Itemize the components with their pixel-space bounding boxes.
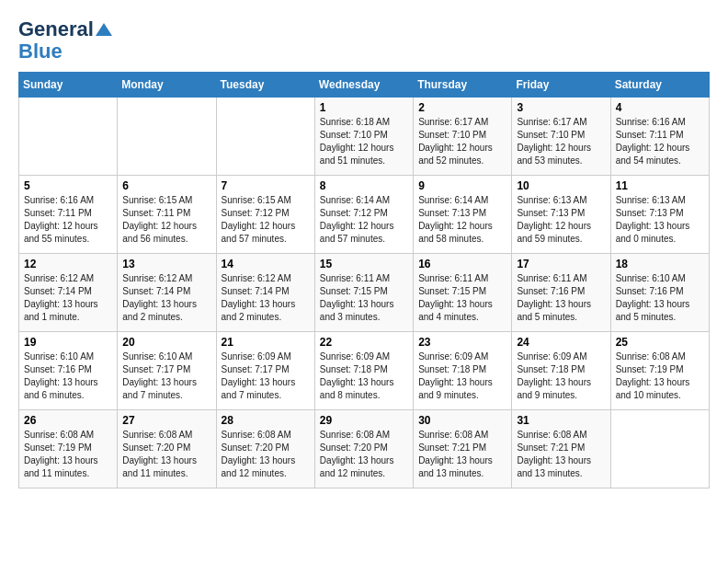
logo-blue: Blue [18,40,63,63]
day-cell: 16Sunrise: 6:11 AM Sunset: 7:15 PM Dayli… [414,254,512,332]
day-number: 22 [320,336,408,349]
calendar-table: SundayMondayTuesdayWednesdayThursdayFrid… [18,72,710,488]
day-info: Sunrise: 6:08 AM Sunset: 7:21 PM Dayligh… [418,429,506,480]
day-info: Sunrise: 6:08 AM Sunset: 7:20 PM Dayligh… [122,429,210,480]
day-cell: 9Sunrise: 6:14 AM Sunset: 7:13 PM Daylig… [414,176,512,254]
header-tuesday: Tuesday [216,73,314,98]
day-number: 26 [24,414,112,427]
day-number: 30 [418,414,506,427]
day-info: Sunrise: 6:08 AM Sunset: 7:19 PM Dayligh… [24,429,112,480]
day-number: 25 [616,336,704,349]
day-info: Sunrise: 6:08 AM Sunset: 7:20 PM Dayligh… [222,429,310,480]
day-number: 12 [24,258,112,270]
week-row-5: 26Sunrise: 6:08 AM Sunset: 7:19 PM Dayli… [19,410,710,488]
day-info: Sunrise: 6:16 AM Sunset: 7:11 PM Dayligh… [24,194,112,246]
day-info: Sunrise: 6:11 AM Sunset: 7:15 PM Dayligh… [320,272,408,324]
day-number: 9 [418,179,506,192]
day-info: Sunrise: 6:09 AM Sunset: 7:18 PM Dayligh… [320,350,408,402]
day-number: 3 [517,101,605,114]
day-number: 7 [222,179,310,192]
day-cell: 13Sunrise: 6:12 AM Sunset: 7:14 PM Dayli… [118,254,216,332]
day-info: Sunrise: 6:13 AM Sunset: 7:13 PM Dayligh… [517,194,605,246]
day-number: 28 [222,414,310,427]
day-info: Sunrise: 6:12 AM Sunset: 7:14 PM Dayligh… [24,272,112,324]
day-info: Sunrise: 6:16 AM Sunset: 7:11 PM Dayligh… [616,116,704,167]
day-info: Sunrise: 6:12 AM Sunset: 7:14 PM Dayligh… [122,272,210,324]
day-info: Sunrise: 6:08 AM Sunset: 7:21 PM Dayligh… [517,429,605,480]
day-number: 13 [122,258,210,270]
day-info: Sunrise: 6:09 AM Sunset: 7:17 PM Dayligh… [222,350,310,402]
week-row-1: 1Sunrise: 6:18 AM Sunset: 7:10 PM Daylig… [19,98,710,176]
day-cell: 31Sunrise: 6:08 AM Sunset: 7:21 PM Dayli… [512,410,610,488]
day-cell: 14Sunrise: 6:12 AM Sunset: 7:14 PM Dayli… [216,254,314,332]
day-info: Sunrise: 6:09 AM Sunset: 7:18 PM Dayligh… [517,350,605,402]
logo-general: General [18,18,94,40]
day-cell: 17Sunrise: 6:11 AM Sunset: 7:16 PM Dayli… [512,254,610,332]
day-number: 8 [320,179,408,192]
day-number: 23 [418,336,506,349]
logo: General Blue [18,18,112,63]
day-number: 16 [418,258,506,270]
day-number: 4 [616,101,704,114]
day-info: Sunrise: 6:14 AM Sunset: 7:12 PM Dayligh… [320,194,408,246]
day-cell: 25Sunrise: 6:08 AM Sunset: 7:19 PM Dayli… [610,332,709,410]
day-info: Sunrise: 6:11 AM Sunset: 7:16 PM Dayligh… [517,272,605,324]
day-info: Sunrise: 6:17 AM Sunset: 7:10 PM Dayligh… [418,116,506,167]
day-cell: 20Sunrise: 6:10 AM Sunset: 7:17 PM Dayli… [118,332,216,410]
day-cell: 27Sunrise: 6:08 AM Sunset: 7:20 PM Dayli… [118,410,216,488]
day-cell: 24Sunrise: 6:09 AM Sunset: 7:18 PM Dayli… [512,332,610,410]
day-number: 15 [320,258,408,270]
header-friday: Friday [512,73,610,98]
day-cell: 12Sunrise: 6:12 AM Sunset: 7:14 PM Dayli… [19,254,118,332]
day-number: 18 [616,258,704,270]
day-info: Sunrise: 6:12 AM Sunset: 7:14 PM Dayligh… [222,272,310,324]
logo-icon [96,21,112,38]
header-wednesday: Wednesday [314,73,413,98]
week-row-2: 5Sunrise: 6:16 AM Sunset: 7:11 PM Daylig… [19,176,710,254]
day-number: 1 [320,101,408,114]
day-info: Sunrise: 6:15 AM Sunset: 7:11 PM Dayligh… [122,194,210,246]
day-number: 2 [418,101,506,114]
week-row-4: 19Sunrise: 6:10 AM Sunset: 7:16 PM Dayli… [19,332,710,410]
day-cell: 1Sunrise: 6:18 AM Sunset: 7:10 PM Daylig… [314,98,413,176]
day-info: Sunrise: 6:10 AM Sunset: 7:16 PM Dayligh… [24,350,112,402]
day-number: 24 [517,336,605,349]
day-cell: 6Sunrise: 6:15 AM Sunset: 7:11 PM Daylig… [118,176,216,254]
header-monday: Monday [118,73,216,98]
day-cell: 18Sunrise: 6:10 AM Sunset: 7:16 PM Dayli… [610,254,709,332]
day-cell [216,98,314,176]
header-sunday: Sunday [19,73,118,98]
day-info: Sunrise: 6:08 AM Sunset: 7:20 PM Dayligh… [320,429,408,480]
day-info: Sunrise: 6:17 AM Sunset: 7:10 PM Dayligh… [517,116,605,167]
day-number: 29 [320,414,408,427]
day-number: 11 [616,179,704,192]
day-cell: 29Sunrise: 6:08 AM Sunset: 7:20 PM Dayli… [314,410,413,488]
day-info: Sunrise: 6:10 AM Sunset: 7:17 PM Dayligh… [122,350,210,402]
day-cell: 11Sunrise: 6:13 AM Sunset: 7:13 PM Dayli… [610,176,709,254]
day-cell: 22Sunrise: 6:09 AM Sunset: 7:18 PM Dayli… [314,332,413,410]
day-number: 31 [517,414,605,427]
header-saturday: Saturday [610,73,709,98]
day-number: 10 [517,179,605,192]
day-info: Sunrise: 6:18 AM Sunset: 7:10 PM Dayligh… [320,116,408,167]
day-cell: 19Sunrise: 6:10 AM Sunset: 7:16 PM Dayli… [19,332,118,410]
day-cell: 8Sunrise: 6:14 AM Sunset: 7:12 PM Daylig… [314,176,413,254]
day-info: Sunrise: 6:14 AM Sunset: 7:13 PM Dayligh… [418,194,506,246]
day-cell: 5Sunrise: 6:16 AM Sunset: 7:11 PM Daylig… [19,176,118,254]
day-cell: 4Sunrise: 6:16 AM Sunset: 7:11 PM Daylig… [610,98,709,176]
day-cell: 30Sunrise: 6:08 AM Sunset: 7:21 PM Dayli… [414,410,512,488]
day-cell: 26Sunrise: 6:08 AM Sunset: 7:19 PM Dayli… [19,410,118,488]
day-cell: 3Sunrise: 6:17 AM Sunset: 7:10 PM Daylig… [512,98,610,176]
day-number: 17 [517,258,605,270]
day-number: 6 [122,179,210,192]
day-number: 20 [122,336,210,349]
day-number: 5 [24,179,112,192]
day-cell: 28Sunrise: 6:08 AM Sunset: 7:20 PM Dayli… [216,410,314,488]
day-number: 21 [222,336,310,349]
day-number: 19 [24,336,112,349]
day-cell: 7Sunrise: 6:15 AM Sunset: 7:12 PM Daylig… [216,176,314,254]
day-info: Sunrise: 6:08 AM Sunset: 7:19 PM Dayligh… [616,350,704,402]
day-cell [610,410,709,488]
header-thursday: Thursday [414,73,512,98]
day-cell: 23Sunrise: 6:09 AM Sunset: 7:18 PM Dayli… [414,332,512,410]
